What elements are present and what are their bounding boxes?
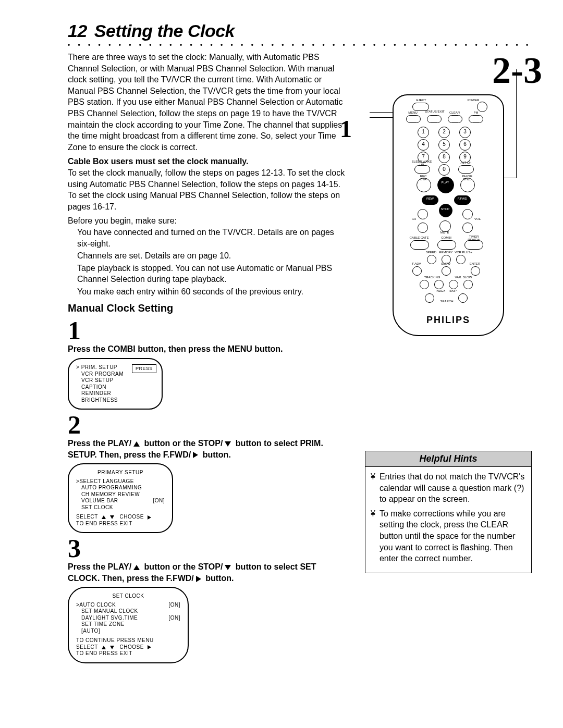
triangle-right-icon (193, 452, 198, 458)
foot-select: SELECT (76, 644, 98, 650)
menu-item: VCR SETUP (81, 377, 154, 384)
slow-button (442, 266, 451, 276)
play-label: PLAY (438, 181, 452, 184)
vol-down-button (462, 223, 473, 233)
digit-button: 1 (418, 127, 429, 138)
power-label: POWER (466, 98, 481, 102)
menu-item: CAPTION (81, 384, 154, 391)
step-number-1: 1 (68, 317, 349, 343)
step-number-3: 3 (68, 535, 349, 561)
menu-item: BRIGHTNESS (81, 397, 154, 404)
hint-bullet: ¥ To make corrections while you are sett… (371, 508, 526, 564)
rew-label: REW (424, 197, 436, 200)
vcrplus-label: VCR PLUS+ (453, 251, 474, 254)
slow-label: SLOW (438, 262, 453, 265)
rec-label: REC OTR (417, 175, 430, 181)
cable-cate-button (410, 240, 429, 250)
index-button (425, 293, 434, 303)
callout-1: 1 (340, 115, 352, 143)
digit-button: 3 (459, 127, 471, 138)
screen-menu-1: PRESS PRIM. SETUP VCR PROGRAM VCR SETUP … (68, 358, 163, 410)
tracking-label: TRACKING (421, 276, 444, 279)
vol-label: VOL (473, 217, 482, 220)
foot-choose: CHOOSE (120, 644, 144, 650)
varslow-down-button (449, 280, 458, 289)
foot-exit: TO END PRESS EXIT (76, 650, 132, 656)
stop-label: STOP (439, 207, 451, 211)
step1-text: Press the COMBI button, then press the M… (68, 343, 349, 355)
step2-text: Press the PLAY/ button or the STOP/ butt… (68, 438, 349, 460)
menu-item: AUTO CLOCK (79, 602, 168, 609)
triangle-down-icon (225, 565, 231, 570)
before-item: Tape playback is stopped. You can not us… (77, 263, 349, 285)
ch-label: CH (410, 217, 418, 220)
foot-exit: TO END PRESS EXIT (76, 521, 132, 526)
digit-button: 2 (438, 127, 450, 138)
triangle-right-icon (196, 576, 201, 582)
ch-up-button (418, 209, 428, 219)
hint-bullet: ¥ Entries that do not match the TV/VCR's… (371, 471, 526, 505)
vol-up-button (462, 209, 473, 219)
mute-button (439, 220, 451, 232)
menu-item: AUTO PROGRAMMING (81, 485, 165, 491)
triangle-up-icon (133, 565, 140, 570)
triangle-up-icon (133, 441, 140, 447)
screen3-title: SET CLOCK (76, 593, 180, 600)
skip-label: SKIP (448, 289, 458, 292)
altch-button (458, 165, 474, 174)
clear-button (448, 115, 462, 123)
pm-button (469, 115, 483, 123)
skip-button (458, 293, 468, 303)
varslow-label: VAR. SLOW (452, 276, 475, 279)
speed-label: SPEED (424, 251, 438, 254)
foot-choose: CHOOSE (120, 514, 144, 520)
sleep-label: SLEEP WAKE UP (411, 160, 432, 166)
triangle-down-icon (110, 646, 114, 649)
menu-item: SET CLOCK (81, 504, 165, 511)
fadv-label: F.ADV (409, 262, 424, 265)
varslow-up-button (463, 280, 473, 289)
enter-label: ENTER (468, 262, 482, 265)
fadv-button (412, 266, 422, 276)
digit-button: 6 (459, 139, 471, 151)
before-item: You make each entry within 60 seconds of… (77, 286, 349, 298)
helpful-hints-box: Helpful Hints ¥ Entries that do not matc… (365, 451, 532, 573)
memory-label: MEMORY (437, 251, 454, 254)
cable-cate-label: CABLE CATE (409, 236, 429, 239)
menu-item: SELECT LANGUAGE (79, 478, 165, 485)
helpful-hints-title: Helpful Hints (365, 451, 531, 467)
dotted-rule: • • • • • • • • • • • • • • • • • • • • … (68, 43, 532, 46)
before-item: You have connected and turned on the TV/… (77, 227, 349, 249)
combi-label: COMBI (438, 236, 454, 239)
remote-illustration: EJECT POWER MENU STATUS/EXIT CLEAR PM 1 (393, 94, 504, 336)
leader-line (370, 112, 394, 113)
ch-down-button (418, 223, 428, 233)
digit-button: 4 (418, 139, 429, 151)
screen-menu-3: SET CLOCK AUTO CLOCK[ON] SET MANUAL CLOC… (68, 587, 189, 663)
ffwd-label: F.FWD (455, 197, 470, 200)
tracking-down-button (420, 280, 429, 289)
screen-menu-2: PRIMARY SETUP SELECT LANGUAGE AUTO PROGR… (68, 463, 173, 533)
combi-button (437, 240, 456, 250)
timer-review-button (464, 240, 483, 250)
triangle-up-icon (102, 646, 106, 649)
triangle-up-icon (102, 515, 106, 519)
cablebox-note: Cable Box users must set the clock manua… (68, 156, 349, 167)
menu-item: CH MEMORY REVIEW (81, 491, 165, 498)
left-column: There are three ways to set the clock: M… (68, 52, 349, 663)
triangle-right-icon (148, 515, 151, 520)
digit-button: 8 (438, 152, 450, 163)
stop-button (439, 204, 452, 217)
pm-label: PM (471, 111, 481, 114)
brand-label: PHILIPS (394, 315, 503, 326)
page-number: 12 (68, 21, 87, 41)
page-title-row: 12 Setting the Clock (68, 21, 532, 41)
press-button-label: PRESS (132, 364, 156, 373)
menu-item: [AUTO] (81, 628, 180, 635)
leader-line (516, 69, 517, 178)
before-label: Before you begin, make sure: (68, 215, 349, 227)
leader-line (503, 178, 517, 178)
right-column: 2-3 1 EJECT POWER (365, 52, 532, 573)
pause-label: PAUSE STILL (458, 175, 476, 181)
menu-item: SET TIME ZONE (81, 621, 180, 628)
